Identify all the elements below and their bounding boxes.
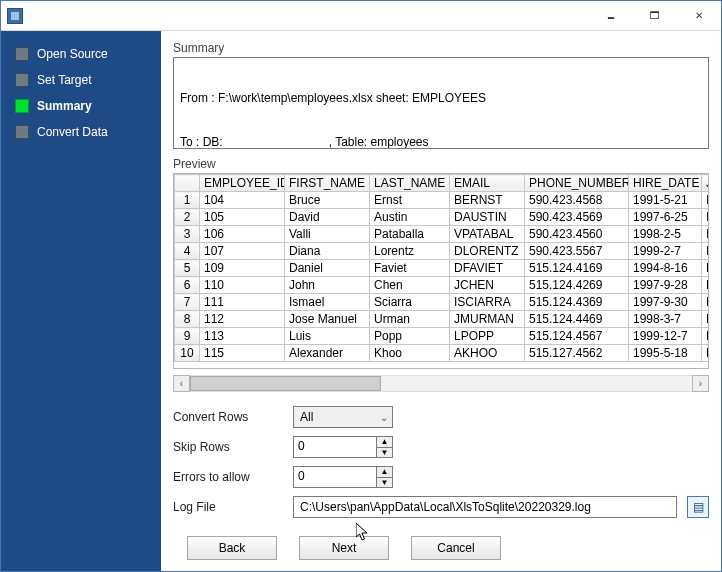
table-cell[interactable]: 590.423.4569	[525, 209, 629, 226]
table-cell[interactable]: 515.124.4567	[525, 328, 629, 345]
table-cell[interactable]: 1999-2-7	[629, 243, 702, 260]
row-number-cell[interactable]: 5	[175, 260, 200, 277]
row-number-cell[interactable]: 7	[175, 294, 200, 311]
table-cell[interactable]: DLORENTZ	[450, 243, 525, 260]
table-cell[interactable]: 1991-5-21	[629, 192, 702, 209]
table-cell[interactable]: AKHOO	[450, 345, 525, 362]
row-number-header[interactable]	[175, 175, 200, 192]
table-cell[interactable]: 1999-12-7	[629, 328, 702, 345]
table-cell[interactable]: Bruce	[285, 192, 370, 209]
table-cell[interactable]: Pataballa	[370, 226, 450, 243]
table-cell[interactable]: 590.423.5567	[525, 243, 629, 260]
scroll-right-button[interactable]: ›	[692, 375, 709, 392]
nav-item-open-source[interactable]: Open Source	[1, 41, 161, 67]
logfile-input[interactable]: C:\Users\pan\AppData\Local\XlsToSqlite\2…	[293, 496, 677, 518]
table-cell[interactable]: Khoo	[370, 345, 450, 362]
table-cell[interactable]: 105	[200, 209, 285, 226]
scroll-track[interactable]	[190, 375, 692, 392]
table-row[interactable]: 10115AlexanderKhooAKHOO515.127.45621995-…	[175, 345, 710, 362]
spin-up-icon[interactable]: ▲	[377, 467, 392, 477]
column-header[interactable]: FIRST_NAME	[285, 175, 370, 192]
skip-rows-value[interactable]: 0	[294, 437, 376, 457]
table-cell[interactable]: Popp	[370, 328, 450, 345]
table-cell[interactable]: 1997-9-28	[629, 277, 702, 294]
table-cell[interactable]: ISCIARRA	[450, 294, 525, 311]
row-number-cell[interactable]: 3	[175, 226, 200, 243]
row-number-cell[interactable]: 6	[175, 277, 200, 294]
errors-spinner[interactable]: 0 ▲ ▼	[293, 466, 393, 488]
table-row[interactable]: 4107DianaLorentzDLORENTZ590.423.55671999…	[175, 243, 710, 260]
table-row[interactable]: 2105DavidAustinDAUSTIN590.423.45691997-6…	[175, 209, 710, 226]
nav-item-summary[interactable]: Summary	[1, 93, 161, 119]
scroll-left-button[interactable]: ‹	[173, 375, 190, 392]
table-cell[interactable]: BERNST	[450, 192, 525, 209]
column-header[interactable]: JOB_ID	[702, 175, 710, 192]
table-cell[interactable]: 1998-2-5	[629, 226, 702, 243]
table-cell[interactable]: Luis	[285, 328, 370, 345]
skip-rows-spinner[interactable]: 0 ▲ ▼	[293, 436, 393, 458]
convert-rows-select[interactable]: All ⌄	[293, 406, 393, 428]
table-cell[interactable]: JMURMAN	[450, 311, 525, 328]
table-cell[interactable]: Chen	[370, 277, 450, 294]
table-cell[interactable]: 515.124.4269	[525, 277, 629, 294]
table-cell[interactable]: LPOPP	[450, 328, 525, 345]
nav-item-convert-data[interactable]: Convert Data	[1, 119, 161, 145]
table-cell[interactable]: Urman	[370, 311, 450, 328]
table-row[interactable]: 8112Jose ManuelUrmanJMURMAN515.124.44691…	[175, 311, 710, 328]
table-cell[interactable]: DFAVIET	[450, 260, 525, 277]
table-cell[interactable]: 111	[200, 294, 285, 311]
table-row[interactable]: 6110JohnChenJCHEN515.124.42691997-9-28FI…	[175, 277, 710, 294]
column-header[interactable]: PHONE_NUMBER	[525, 175, 629, 192]
row-number-cell[interactable]: 1	[175, 192, 200, 209]
table-cell[interactable]: IT_PROG	[702, 192, 710, 209]
table-cell[interactable]: IT_PROG	[702, 226, 710, 243]
table-cell[interactable]: FI_ACCOUNT	[702, 260, 710, 277]
spin-down-icon[interactable]: ▼	[377, 477, 392, 488]
table-cell[interactable]: IT_PROG	[702, 243, 710, 260]
cancel-button[interactable]: Cancel	[411, 536, 501, 560]
minimize-button[interactable]: 🗕	[589, 1, 633, 30]
table-row[interactable]: 7111IsmaelSciarraISCIARRA515.124.4369199…	[175, 294, 710, 311]
table-cell[interactable]: IT_PROG	[702, 209, 710, 226]
table-cell[interactable]: 590.423.4568	[525, 192, 629, 209]
table-cell[interactable]: FI_ACCOUNT	[702, 294, 710, 311]
table-row[interactable]: 3106ValliPataballaVPATABAL590.423.456019…	[175, 226, 710, 243]
table-cell[interactable]: 110	[200, 277, 285, 294]
table-cell[interactable]: VPATABAL	[450, 226, 525, 243]
table-cell[interactable]: 515.124.4469	[525, 311, 629, 328]
table-cell[interactable]: 515.124.4169	[525, 260, 629, 277]
table-cell[interactable]: Valli	[285, 226, 370, 243]
table-cell[interactable]: 107	[200, 243, 285, 260]
row-number-cell[interactable]: 4	[175, 243, 200, 260]
table-row[interactable]: 5109DanielFavietDFAVIET515.124.41691994-…	[175, 260, 710, 277]
column-header[interactable]: LAST_NAME	[370, 175, 450, 192]
table-cell[interactable]: 590.423.4560	[525, 226, 629, 243]
column-header[interactable]: HIRE_DATE	[629, 175, 702, 192]
table-cell[interactable]: 109	[200, 260, 285, 277]
close-button[interactable]: ✕	[677, 1, 721, 30]
table-cell[interactable]: 1994-8-16	[629, 260, 702, 277]
table-cell[interactable]: 1998-3-7	[629, 311, 702, 328]
table-cell[interactable]: Jose Manuel	[285, 311, 370, 328]
logfile-browse-button[interactable]: ▤	[687, 496, 709, 518]
column-header[interactable]: EMAIL	[450, 175, 525, 192]
scroll-thumb[interactable]	[190, 376, 381, 391]
table-cell[interactable]: Alexander	[285, 345, 370, 362]
table-cell[interactable]: Sciarra	[370, 294, 450, 311]
back-button[interactable]: Back	[187, 536, 277, 560]
table-cell[interactable]: 1997-6-25	[629, 209, 702, 226]
column-header[interactable]: EMPLOYEE_ID	[200, 175, 285, 192]
table-cell[interactable]: DAUSTIN	[450, 209, 525, 226]
preview-hscroll[interactable]: ‹ ›	[173, 375, 709, 392]
table-cell[interactable]: Austin	[370, 209, 450, 226]
next-button[interactable]: Next	[299, 536, 389, 560]
table-cell[interactable]: 115	[200, 345, 285, 362]
table-cell[interactable]: Diana	[285, 243, 370, 260]
table-cell[interactable]: Ernst	[370, 192, 450, 209]
row-number-cell[interactable]: 9	[175, 328, 200, 345]
spin-up-icon[interactable]: ▲	[377, 437, 392, 447]
table-cell[interactable]: John	[285, 277, 370, 294]
spin-down-icon[interactable]: ▼	[377, 447, 392, 458]
row-number-cell[interactable]: 2	[175, 209, 200, 226]
table-cell[interactable]: FI_ACCOUNT	[702, 311, 710, 328]
